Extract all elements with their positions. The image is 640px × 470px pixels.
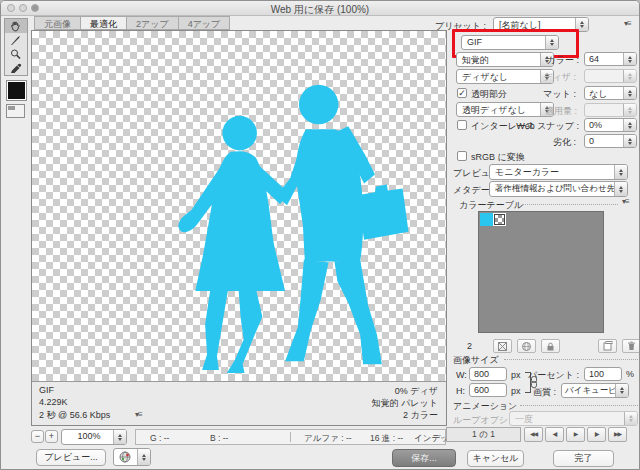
play-button[interactable]: ▶ bbox=[566, 427, 585, 442]
width-unit: px bbox=[511, 370, 521, 380]
color-reduction-select[interactable]: 知覚的 bbox=[456, 52, 554, 67]
divider bbox=[290, 432, 291, 442]
srgb-label: sRGB に変換 bbox=[471, 151, 525, 164]
stepper-icon bbox=[624, 412, 637, 425]
title-bar[interactable]: Web 用に保存 (100%) bbox=[1, 1, 639, 16]
web-shift-icon[interactable] bbox=[517, 339, 536, 353]
download-speed-menu-icon[interactable]: ▾≡ bbox=[135, 410, 142, 419]
color-table-count: 2 bbox=[467, 341, 472, 351]
window-title: Web 用に保存 (100%) bbox=[1, 3, 639, 17]
amount-input bbox=[584, 103, 637, 117]
zoom-in-button[interactable]: + bbox=[45, 430, 58, 443]
readout-blue: B : -- bbox=[210, 433, 228, 443]
optimize-status-strip: GIF 4.229K 2 秒 @ 56.6 Kbps ▾≡ 0% ディザ 知覚的… bbox=[32, 381, 446, 425]
save-button[interactable]: 保存... bbox=[392, 449, 456, 467]
transparency-dither-select[interactable]: 透明ディザなし bbox=[456, 102, 554, 117]
matte-label: マット : bbox=[543, 88, 576, 101]
done-button[interactable]: 完了 bbox=[553, 450, 614, 467]
transparency-checkerboard[interactable] bbox=[32, 31, 446, 382]
metadata-select[interactable]: 著作権情報および問い合わせ先 bbox=[489, 181, 628, 197]
dither-label: ディザ : bbox=[543, 71, 576, 84]
first-frame-button[interactable]: ◀◀ bbox=[524, 427, 543, 442]
color-swatch-transparent[interactable] bbox=[493, 213, 506, 226]
toggle-slices-visibility-icon[interactable] bbox=[6, 104, 25, 118]
stepper-icon[interactable] bbox=[623, 53, 636, 65]
matte-select[interactable]: なし bbox=[584, 86, 637, 100]
divider bbox=[504, 359, 638, 360]
optimized-preview-pane: GIF 4.229K 2 秒 @ 56.6 Kbps ▾≡ 0% ディザ 知覚的… bbox=[31, 30, 447, 426]
web-snap-input[interactable]: 0% bbox=[584, 118, 637, 132]
animation-title: アニメーション bbox=[453, 400, 517, 413]
color-table-menu-icon[interactable]: ▾≡ bbox=[622, 197, 629, 206]
height-unit: px bbox=[511, 386, 521, 396]
slice-select-tool-icon[interactable] bbox=[5, 33, 27, 47]
percent-input[interactable]: 100 bbox=[584, 367, 622, 381]
height-input[interactable]: 600 bbox=[469, 383, 507, 397]
tab-original[interactable]: 元画像 bbox=[34, 16, 80, 30]
color-readout-bar: G : -- B : -- アルファ : -- 16 進 : -- インデックス… bbox=[135, 429, 446, 445]
divider bbox=[522, 204, 618, 205]
transparency-checkbox[interactable]: ✓ bbox=[457, 88, 467, 98]
preview-mode-select[interactable]: モニターカラー bbox=[489, 164, 628, 180]
color-table-grid[interactable] bbox=[478, 211, 604, 333]
colors-input[interactable]: 64 bbox=[584, 52, 637, 66]
hand-tool-icon[interactable] bbox=[5, 19, 27, 33]
lossy-input[interactable]: 0 bbox=[584, 134, 637, 148]
stepper-icon[interactable] bbox=[614, 182, 627, 196]
stepper-icon[interactable] bbox=[614, 165, 627, 179]
stepper-icon[interactable] bbox=[623, 119, 636, 131]
map-transparency-icon[interactable] bbox=[493, 339, 512, 353]
width-label: W: bbox=[456, 370, 467, 380]
dither-input bbox=[584, 69, 637, 83]
tab-4up[interactable]: 4アップ bbox=[178, 16, 231, 30]
interlace-checkbox[interactable] bbox=[457, 120, 467, 130]
height-label: H: bbox=[456, 386, 465, 396]
quality-select[interactable]: バイキュービック法 bbox=[561, 383, 629, 398]
stepper-icon bbox=[623, 104, 636, 116]
stepper-icon[interactable] bbox=[623, 135, 636, 147]
next-frame-button[interactable]: |▶ bbox=[587, 427, 606, 442]
color-swatch-cyan[interactable] bbox=[480, 213, 493, 226]
save-for-web-dialog: Web 用に保存 (100%) 元画像 最適化 2アップ 4アップ bbox=[0, 0, 640, 470]
tool-palette bbox=[4, 18, 28, 76]
zoom-level-select[interactable]: 100% bbox=[61, 429, 127, 445]
stepper-icon[interactable] bbox=[137, 449, 150, 465]
srgb-checkbox[interactable] bbox=[457, 151, 467, 161]
percent-unit: % bbox=[626, 369, 634, 379]
status-download-time: 2 秒 @ 56.6 Kbps bbox=[39, 409, 110, 422]
readout-alpha: アルファ : -- bbox=[304, 433, 352, 445]
stepper-icon[interactable] bbox=[113, 430, 126, 444]
browser-select[interactable] bbox=[113, 448, 151, 466]
transparency-label: 透明部分 bbox=[471, 88, 507, 101]
stepper-icon[interactable] bbox=[615, 384, 628, 397]
eyedropper-color-swatch[interactable] bbox=[6, 80, 27, 101]
preset-panel-menu-icon[interactable]: ▾≡ bbox=[624, 19, 631, 28]
loop-options-select: 一度 bbox=[509, 411, 638, 426]
delete-color-icon[interactable] bbox=[622, 339, 640, 353]
width-input[interactable]: 800 bbox=[469, 367, 507, 381]
dither-method-select[interactable]: ディザなし bbox=[456, 69, 554, 84]
preview-in-browser-button[interactable]: プレビュー... bbox=[36, 449, 106, 466]
amount-label: 適用量 : bbox=[545, 105, 577, 118]
tab-2up[interactable]: 2アップ bbox=[126, 16, 178, 30]
image-size-title: 画像サイズ bbox=[453, 354, 499, 367]
quality-label: 画質 : bbox=[533, 386, 556, 399]
colors-label: カラー : bbox=[547, 54, 579, 67]
tab-optimized[interactable]: 最適化 bbox=[80, 16, 126, 30]
percent-label: パーセント : bbox=[528, 369, 579, 382]
zoom-out-button[interactable]: − bbox=[31, 430, 44, 443]
eyedropper-tool-icon[interactable] bbox=[5, 61, 27, 75]
lock-color-icon[interactable] bbox=[541, 339, 560, 353]
cancel-button[interactable]: キャンセル bbox=[467, 450, 524, 467]
stepper-icon[interactable] bbox=[623, 87, 636, 99]
view-tabs: 元画像 最適化 2アップ 4アップ bbox=[34, 16, 230, 30]
last-frame-button[interactable]: ▶▶ bbox=[608, 427, 627, 442]
readout-green: G : -- bbox=[150, 433, 169, 443]
status-color-count: 2 カラー bbox=[403, 409, 438, 422]
stepper-icon bbox=[623, 70, 636, 82]
new-color-icon[interactable] bbox=[598, 339, 617, 353]
zoom-tool-icon[interactable] bbox=[5, 47, 27, 61]
frame-counter: 1 の 1 bbox=[446, 427, 521, 442]
divider bbox=[520, 405, 638, 406]
previous-frame-button[interactable]: ◀| bbox=[545, 427, 564, 442]
